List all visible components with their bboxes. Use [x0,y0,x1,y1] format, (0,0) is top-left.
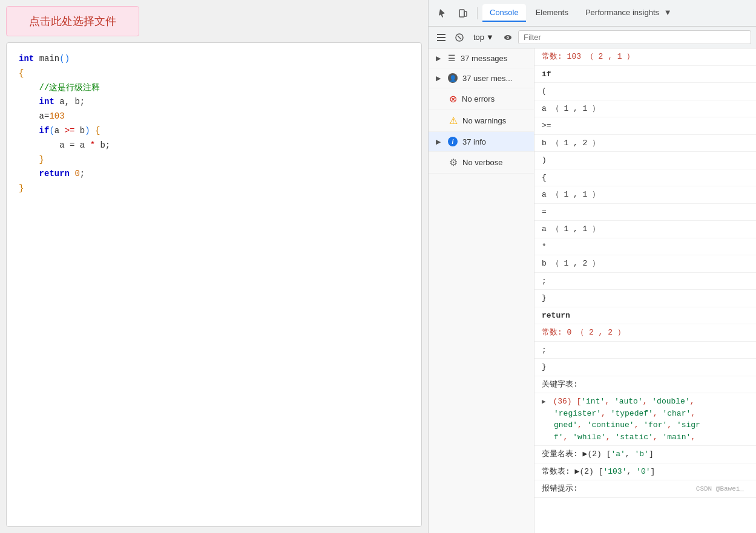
svg-rect-1 [464,11,467,16]
sidebar-item-errors[interactable]: ⊗ No errors [429,88,534,110]
user-label: 37 user mes... [462,74,512,83]
output-line-17: 常数: 0 （ 2 , 2 ） [534,324,756,342]
context-label: top [473,33,484,42]
svg-rect-0 [459,10,464,17]
output-line-7: ) [534,152,756,169]
filter-input[interactable] [518,30,751,44]
output-line-2: if [534,66,756,83]
warning-icon: ⚠ [449,115,458,126]
console-body: ▶ ☰ 37 messages ▶ 👤 37 user mes... ⊗ No … [429,48,756,533]
tab-perf-label: Performance insights [585,8,659,17]
svg-rect-2 [437,34,445,35]
output-line-11: a （ 1 , 1 ） [534,221,756,238]
output-line-21[interactable]: ▶ (36) ['int', 'auto', 'double', 'regist… [534,393,756,446]
output-line-16: return [534,307,756,325]
tab-divider [477,7,478,19]
verbose-label: No verbose [462,158,502,167]
sidebar-item-info[interactable]: ▶ i 37 info [429,132,534,152]
output-line-12: * [534,238,756,256]
devtools-panel: Console Elements Performance insights ▼ [428,0,756,533]
expand-icon-user: ▶ [436,74,441,82]
code-line-8: } [19,153,409,168]
expand-keywords: ▶ [542,397,546,407]
left-panel: 点击此处选择文件 int main() { //这是行级注释 int a, b;… [0,0,428,533]
output-line-24: 报错提示: CSDN @Bawei_ [534,480,756,498]
output-line-1: 常数: 103 （ 2 , 1 ） [534,48,756,66]
code-line-6: if(a >= b) { [19,124,409,139]
user-icon: 👤 [448,73,458,83]
devtools-tabs-bar: Console Elements Performance insights ▼ [429,0,756,27]
expand-icon-info: ▶ [436,138,441,146]
output-line-6: b （ 1 , 2 ） [534,135,756,152]
list-icon: ☰ [448,53,456,63]
output-line-20: 关键字表: [534,376,756,394]
output-line-22: 变量名表: ▶(2) ['a', 'b'] [534,446,756,463]
keywords-value: (36) ['int', 'auto', 'double', [553,397,694,406]
cursor-icon-btn[interactable] [433,4,452,22]
sidebar-item-verbose[interactable]: ⚙ No verbose [429,152,534,174]
tab-console[interactable]: Console [482,4,526,22]
output-line-15: } [534,290,756,307]
code-line-10: } [19,181,409,196]
keywords-value-3: gned', 'continue', 'for', 'sigr [542,420,700,430]
errors-label: No errors [462,94,495,103]
sidebar-item-user[interactable]: ▶ 👤 37 user mes... [429,68,534,88]
code-line-5: a=103 [19,110,409,124]
code-line-1: int main() [19,52,409,67]
console-toolbar: top ▼ [429,27,756,48]
output-line-3: ( [534,83,756,100]
clear-console-btn[interactable] [452,30,467,45]
code-line-7: a = a * b; [19,139,409,153]
expand-icon-messages: ▶ [436,54,441,62]
svg-rect-3 [437,37,445,38]
sidebar-item-warnings[interactable]: ⚠ No warnings [429,110,534,132]
code-line-2: { [19,67,409,81]
sidebar-item-messages[interactable]: ▶ ☰ 37 messages [429,48,534,68]
svg-rect-4 [437,40,445,41]
output-line-5: >= [534,117,756,135]
svg-point-9 [507,37,508,38]
console-sidebar: ▶ ☰ 37 messages ▶ 👤 37 user mes... ⊗ No … [429,48,534,533]
sidebar-toggle-btn[interactable] [433,30,449,45]
output-line-19: } [534,359,756,376]
output-line-14: ; [534,273,756,290]
context-dropdown[interactable]: top ▼ [470,31,498,43]
main-layout: 点击此处选择文件 int main() { //这是行级注释 int a, b;… [0,0,756,533]
code-editor: int main() { //这是行级注释 int a, b; a=103 if… [6,42,422,527]
verbose-icon: ⚙ [449,157,458,168]
file-select-button[interactable]: 点击此处选择文件 [6,6,139,36]
device-icon-btn[interactable] [454,4,472,22]
info-label: 37 info [462,137,486,146]
info-icon: i [448,137,458,146]
error-icon: ⊗ [449,93,457,105]
messages-label: 37 messages [461,54,507,63]
svg-line-6 [458,36,461,39]
keywords-value-2: 'register', 'typedef', 'char', [542,409,695,418]
output-line-13: b （ 1 , 2 ） [534,255,756,273]
output-line-18: ; [534,342,756,359]
output-line-10: = [534,204,756,221]
csdn-watermark: CSDN @Bawei_ [691,483,749,495]
output-line-4: a （ 1 , 1 ） [534,100,756,118]
warnings-label: No warnings [462,116,506,125]
code-line-9: return 0; [19,167,409,181]
output-line-23: 常数表: ▶(2) ['103', '0'] [534,463,756,481]
eye-icon-btn[interactable] [500,30,516,45]
tab-elements[interactable]: Elements [528,4,576,22]
console-output[interactable]: 常数: 103 （ 2 , 1 ） if ( a （ 1 , 1 ） >= b … [534,48,756,533]
output-line-8: { [534,169,756,187]
output-line-9: a （ 1 , 1 ） [534,186,756,204]
dropdown-arrow: ▼ [486,33,494,42]
tab-performance-insights[interactable]: Performance insights ▼ [578,4,679,22]
keywords-value-4: f', 'while', 'static', 'main', [542,433,695,442]
code-line-3: //这是行级注释 [19,81,409,96]
code-line-4: int a, b; [19,95,409,110]
